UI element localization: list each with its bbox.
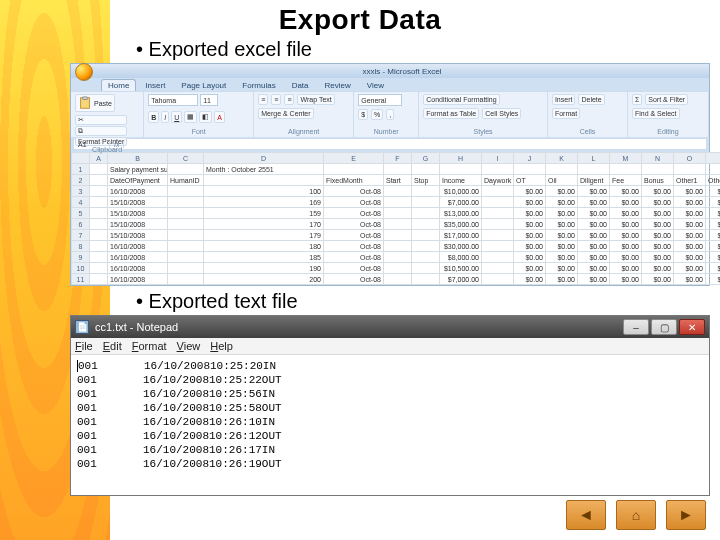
table-row[interactable]: 1016/10/2008190Oct-08$10,500.00$0.00$0.0… [72,263,721,274]
cell[interactable]: $0.00 [578,230,610,241]
menu-help[interactable]: Help [210,340,233,352]
cell[interactable]: $0.00 [706,252,721,263]
cell[interactable]: $10,500.00 [440,263,482,274]
insert-cells-button[interactable]: Insert [552,94,576,105]
cell[interactable]: Oil [546,175,578,186]
cell[interactable]: $0.00 [642,241,674,252]
cell[interactable] [168,186,204,197]
wrap-text-button[interactable]: Wrap Text [297,94,334,105]
fx-label[interactable]: fx [110,141,124,148]
sort-filter-button[interactable]: Sort & Filter [645,94,688,105]
cell[interactable] [412,164,440,175]
cell[interactable]: $0.00 [610,197,642,208]
cell[interactable] [642,164,674,175]
cell[interactable]: Income [440,175,482,186]
cell[interactable] [482,208,514,219]
cell[interactable]: $0.00 [706,197,721,208]
table-row[interactable]: 316/10/2008100Oct-08$10,000.00$0.00$0.00… [72,186,721,197]
cell[interactable]: $35,000.00 [440,219,482,230]
cell[interactable]: $0.00 [706,186,721,197]
cell[interactable]: $0.00 [546,274,578,285]
cell[interactable] [90,175,108,186]
align-right-button[interactable]: ≡ [284,94,294,105]
cell[interactable] [90,274,108,285]
cell[interactable]: FixedMonth [324,175,384,186]
cell[interactable]: $0.00 [674,219,706,230]
table-row[interactable]: 715/10/2008179Oct-08$17,000.00$0.00$0.00… [72,230,721,241]
cell[interactable]: $0.00 [706,219,721,230]
format-table-button[interactable]: Format as Table [423,108,479,119]
cell[interactable]: 16/10/2008 [108,252,168,263]
cell[interactable] [90,252,108,263]
next-slide-button[interactable]: ► [666,500,706,530]
cell[interactable]: $0.00 [514,197,546,208]
cell[interactable] [90,230,108,241]
cell[interactable] [384,252,412,263]
cell[interactable]: $0.00 [610,241,642,252]
cell[interactable] [168,164,204,175]
fill-color-button[interactable]: ◧ [199,111,212,123]
cell[interactable]: 15/10/2008 [108,208,168,219]
tab-review[interactable]: Review [318,79,358,91]
cell[interactable]: $17,000.00 [440,230,482,241]
row-header[interactable]: 9 [72,252,90,263]
cell[interactable] [90,197,108,208]
row-header[interactable]: 4 [72,197,90,208]
cond-format-button[interactable]: Conditional Formatting [423,94,499,105]
cell[interactable] [90,241,108,252]
cell[interactable] [168,219,204,230]
cell[interactable]: $0.00 [546,197,578,208]
cell[interactable] [482,274,514,285]
font-size-combo[interactable]: 11 [200,94,218,106]
cell[interactable] [482,164,514,175]
cell[interactable]: Oct-08 [324,208,384,219]
cell[interactable]: 16/10/2008 [108,186,168,197]
comma-button[interactable]: , [386,109,394,120]
cell[interactable] [90,219,108,230]
cell[interactable]: OT [514,175,546,186]
cell[interactable]: $0.00 [578,197,610,208]
tab-view[interactable]: View [360,79,391,91]
cell[interactable] [412,241,440,252]
cell[interactable]: $0.00 [674,274,706,285]
border-button[interactable]: ▦ [184,111,197,123]
cell[interactable]: 200 [204,274,324,285]
cell[interactable]: Other1 [674,175,706,186]
cell[interactable]: $0.00 [546,186,578,197]
cell[interactable]: $0.00 [546,230,578,241]
cell[interactable]: 169 [204,197,324,208]
cell[interactable]: Oct-08 [324,241,384,252]
cell[interactable]: 15/10/2008 [108,197,168,208]
cell[interactable]: $0.00 [674,252,706,263]
cell[interactable] [204,175,324,186]
cell[interactable]: $0.00 [610,274,642,285]
cell[interactable] [90,263,108,274]
cell[interactable]: $0.00 [610,263,642,274]
cell[interactable]: $0.00 [578,219,610,230]
table-row[interactable]: 816/10/2008180Oct-08$30,000.00$0.00$0.00… [72,241,721,252]
cell[interactable]: $0.00 [546,208,578,219]
cell[interactable] [168,241,204,252]
cell[interactable]: $0.00 [674,197,706,208]
office-button[interactable] [75,63,93,81]
cell[interactable]: DateOfPayment [108,175,168,186]
cell[interactable]: $0.00 [674,186,706,197]
cell[interactable] [384,241,412,252]
cell[interactable]: $0.00 [546,241,578,252]
merge-center-button[interactable]: Merge & Center [258,108,313,119]
prev-slide-button[interactable]: ◄ [566,500,606,530]
cell[interactable] [482,186,514,197]
cell[interactable]: Month : October 2551 [204,164,324,175]
row-header[interactable]: 5 [72,208,90,219]
cell[interactable]: $0.00 [642,219,674,230]
tab-insert[interactable]: Insert [138,79,172,91]
cell[interactable] [384,274,412,285]
cell[interactable]: Oct-08 [324,219,384,230]
cell[interactable] [384,230,412,241]
cell[interactable]: $0.00 [514,252,546,263]
cell[interactable]: Stop [412,175,440,186]
cell[interactable]: $0.00 [578,263,610,274]
tab-home[interactable]: Home [101,79,136,91]
cell[interactable] [168,208,204,219]
cell[interactable]: $0.00 [514,219,546,230]
